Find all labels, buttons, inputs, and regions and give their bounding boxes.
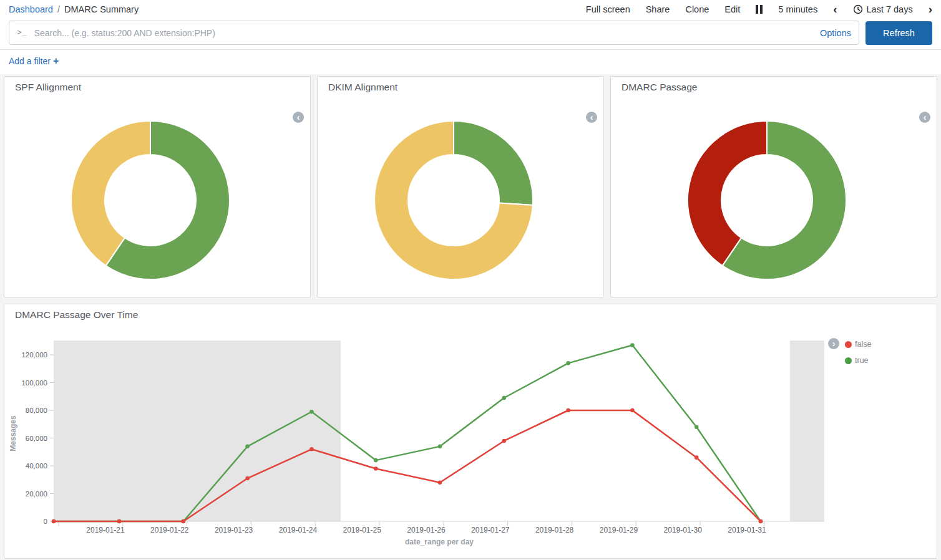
- y-axis-title: Messages: [9, 415, 17, 451]
- panel-title: DKIM Alignment: [328, 82, 397, 93]
- legend-entries: false true: [845, 338, 871, 365]
- search-box[interactable]: >_ Options: [9, 21, 859, 45]
- data-point[interactable]: [182, 519, 186, 524]
- legend-label: false: [855, 340, 871, 349]
- x-tick-label: 2019-01-24: [279, 526, 318, 534]
- add-filter-link[interactable]: Add a filter +: [9, 56, 59, 67]
- dkim-donut-chart[interactable]: [369, 116, 538, 284]
- data-point[interactable]: [502, 396, 507, 400]
- data-point[interactable]: [630, 343, 635, 347]
- x-tick-label: 2019-01-28: [535, 526, 574, 534]
- panel-dmarc-passage: DMARC Passage ‹: [610, 76, 937, 297]
- data-point[interactable]: [310, 410, 314, 414]
- data-point[interactable]: [695, 425, 699, 429]
- data-point[interactable]: [52, 519, 56, 524]
- breadcrumb-dashboard-link[interactable]: Dashboard: [9, 4, 53, 14]
- x-tick-label: 2019-01-25: [343, 526, 382, 534]
- collapse-legend-icon[interactable]: ›: [828, 338, 839, 349]
- dmarc-donut-chart[interactable]: [683, 116, 851, 284]
- y-tick-label: 0: [44, 518, 47, 525]
- x-tick-label: 2019-01-30: [664, 526, 703, 534]
- data-point[interactable]: [245, 476, 250, 481]
- spf-donut-chart[interactable]: [66, 116, 235, 284]
- breadcrumb-separator: /: [57, 4, 60, 14]
- panel-dkim-alignment: DKIM Alignment ‹: [317, 76, 604, 297]
- y-tick-label: 40,000: [26, 462, 47, 470]
- refresh-interval-button[interactable]: 5 minutes: [778, 4, 817, 14]
- panel-dmarc-passage-over-time: DMARC Passage Over Time 020,00040,00060,…: [4, 304, 937, 559]
- options-link[interactable]: Options: [820, 28, 851, 38]
- x-tick-label: 2019-01-21: [86, 526, 125, 534]
- legend-dot-false: [845, 341, 852, 348]
- dmarc-passage-line-chart[interactable]: 020,00040,00060,00080,000100,000120,0002…: [4, 304, 937, 558]
- filter-bar: Add a filter +: [0, 50, 941, 74]
- edit-button[interactable]: Edit: [724, 4, 740, 14]
- x-tick-label: 2019-01-29: [600, 526, 638, 534]
- collapse-legend-icon[interactable]: ‹: [919, 112, 930, 123]
- chart-legend: › false true: [828, 338, 871, 365]
- refresh-button[interactable]: Refresh: [865, 21, 932, 45]
- x-tick-label: 2019-01-27: [471, 526, 510, 534]
- time-range-label: Last 7 days: [867, 4, 913, 14]
- data-point[interactable]: [502, 439, 507, 443]
- clock-icon: [853, 4, 863, 14]
- y-tick-label: 120,000: [21, 351, 47, 359]
- add-filter-icon: +: [53, 56, 59, 67]
- breadcrumb: Dashboard / DMARC Summary: [9, 4, 139, 14]
- data-point[interactable]: [438, 480, 442, 485]
- clone-button[interactable]: Clone: [685, 4, 709, 14]
- dashboard-header: Dashboard / DMARC Summary Full screen Sh…: [0, 0, 941, 74]
- y-tick-label: 80,000: [26, 407, 47, 414]
- shaded-band: [54, 340, 341, 521]
- data-point[interactable]: [438, 445, 442, 449]
- data-point[interactable]: [695, 455, 699, 460]
- chevron-left-icon[interactable]: ‹: [833, 5, 837, 14]
- data-point[interactable]: [566, 361, 570, 365]
- time-range-picker[interactable]: Last 7 days: [853, 4, 913, 14]
- data-point[interactable]: [117, 519, 122, 524]
- legend-label: true: [855, 356, 869, 365]
- shaded-band: [790, 340, 824, 521]
- y-tick-label: 100,000: [21, 379, 47, 387]
- panel-spf-alignment: SPF Allignment ‹: [4, 76, 311, 297]
- collapse-legend-icon[interactable]: ‹: [586, 112, 597, 123]
- x-tick-label: 2019-01-22: [150, 526, 189, 534]
- x-axis-title: date_range per day: [405, 538, 474, 546]
- x-tick-label: 2019-01-31: [728, 526, 766, 534]
- top-nav: Full screen Share Clone Edit 5 minutes ‹…: [586, 4, 932, 14]
- fullscreen-button[interactable]: Full screen: [586, 4, 630, 14]
- x-tick-label: 2019-01-26: [407, 526, 446, 534]
- query-bar: >_ Options Refresh: [0, 17, 941, 50]
- pause-icon[interactable]: [756, 5, 763, 14]
- data-point[interactable]: [310, 447, 314, 451]
- donut-segment[interactable]: [454, 121, 533, 205]
- add-filter-label: Add a filter: [9, 56, 51, 66]
- legend-entry-false[interactable]: false: [845, 339, 871, 349]
- search-input[interactable]: [33, 27, 814, 39]
- legend-entry-true[interactable]: true: [845, 355, 871, 365]
- data-point[interactable]: [566, 408, 570, 413]
- share-button[interactable]: Share: [646, 4, 670, 14]
- collapse-legend-icon[interactable]: ‹: [293, 112, 304, 123]
- data-point[interactable]: [374, 458, 378, 463]
- y-tick-label: 20,000: [26, 490, 47, 498]
- legend-dot-true: [845, 357, 852, 364]
- page-title: DMARC Summary: [64, 4, 139, 14]
- panel-title: SPF Allignment: [15, 82, 81, 93]
- breadcrumb-row: Dashboard / DMARC Summary Full screen Sh…: [0, 0, 941, 17]
- y-tick-label: 60,000: [26, 435, 47, 442]
- data-point[interactable]: [374, 466, 378, 471]
- data-point[interactable]: [245, 445, 250, 449]
- panel-title: DMARC Passage: [622, 82, 697, 93]
- data-point[interactable]: [630, 408, 635, 413]
- terminal-prompt-icon: >_: [17, 28, 27, 37]
- x-tick-label: 2019-01-23: [215, 526, 253, 534]
- data-point[interactable]: [759, 519, 763, 524]
- chevron-right-icon[interactable]: ›: [929, 5, 932, 14]
